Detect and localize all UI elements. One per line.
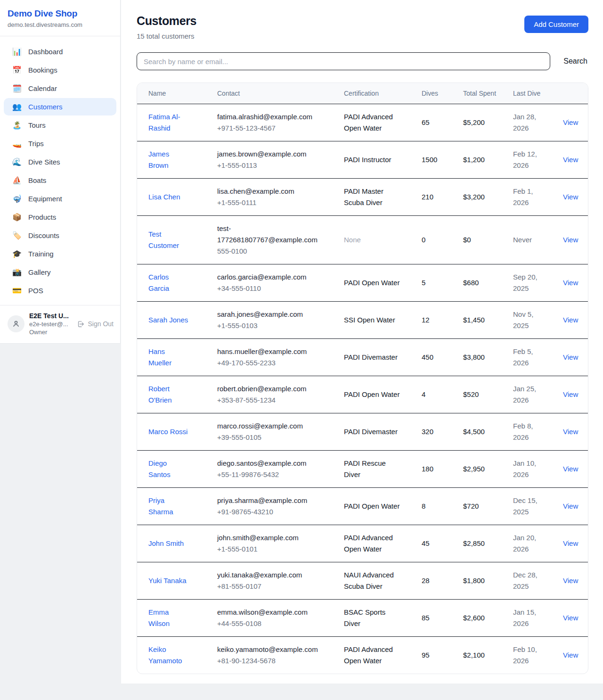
user-info: E2E Test U... e2e-tester@... Owner — [29, 312, 72, 336]
customer-name-link[interactable]: James Brown — [148, 150, 169, 169]
view-customer-link[interactable]: View — [563, 156, 578, 164]
customer-email: james.brown@example.com — [217, 148, 323, 160]
sidebar-item-bookings[interactable]: 📅 Bookings — [4, 61, 116, 79]
sidebar-item-boats[interactable]: ⛵ Boats — [4, 172, 116, 189]
customer-certification: PADI Divemaster — [338, 413, 416, 451]
search-input[interactable] — [137, 52, 550, 70]
view-customer-link[interactable]: View — [563, 428, 578, 436]
customer-certification: PADI Instructor — [338, 141, 416, 179]
customer-last-dive: Sep 20, 2025 — [507, 264, 557, 302]
sidebar-item-equipment[interactable]: 🤿 Equipment — [4, 190, 116, 207]
customer-last-dive: Dec 28, 2025 — [507, 562, 557, 600]
view-customer-link[interactable]: View — [563, 193, 578, 201]
sidebar-item-pos[interactable]: 💳 POS — [4, 282, 116, 299]
customer-phone: 555-0100 — [217, 246, 323, 257]
column-header-actions — [557, 83, 588, 104]
view-customer-link[interactable]: View — [563, 316, 578, 324]
customers-icon: 👥 — [12, 103, 22, 111]
customer-phone: +1-555-0113 — [217, 160, 323, 171]
customer-name-link[interactable]: Robert O'Brien — [148, 385, 172, 404]
sign-out-button[interactable]: Sign Out — [77, 320, 114, 328]
sidebar-item-products[interactable]: 📦 Products — [4, 208, 116, 226]
customer-name-link[interactable]: Emma Wilson — [148, 608, 170, 627]
customer-email: hans.mueller@example.com — [217, 346, 323, 357]
customer-certification: SSI Open Water — [338, 302, 416, 339]
view-customer-link[interactable]: View — [563, 236, 578, 244]
customer-name-link[interactable]: Diego Santos — [148, 459, 171, 478]
customer-dives: 450 — [416, 339, 457, 376]
customer-phone: +1-555-0103 — [217, 320, 323, 331]
sidebar-item-dive-sites[interactable]: 🌊 Dive Sites — [4, 153, 116, 171]
search-button[interactable]: Search — [562, 55, 588, 67]
sidebar-item-label: Calendar — [28, 84, 57, 92]
customer-total-spent: $3,800 — [457, 339, 507, 376]
brand-domain: demo.test.divestreams.com — [8, 21, 113, 28]
customer-total-spent: $520 — [457, 376, 507, 413]
customer-certification: PADI Advanced Open Water — [338, 104, 416, 141]
customer-email: robert.obrien@example.com — [217, 383, 323, 395]
sidebar-item-customers[interactable]: 👥 Customers — [4, 98, 116, 115]
customer-dives: 45 — [416, 525, 457, 562]
customer-total-spent: $2,850 — [457, 525, 507, 562]
customer-name-link[interactable]: Hans Mueller — [148, 347, 171, 367]
customer-email: marco.rossi@example.com — [217, 420, 323, 432]
view-customer-link[interactable]: View — [563, 576, 578, 585]
add-customer-button[interactable]: Add Customer — [524, 16, 588, 33]
sidebar-item-label: Gallery — [28, 268, 51, 276]
sign-out-icon — [77, 320, 85, 328]
customer-name-link[interactable]: John Smith — [148, 539, 184, 547]
customer-email: diego.santos@example.com — [217, 458, 323, 469]
customer-last-dive: Jan 10, 2026 — [507, 451, 557, 488]
customer-phone: +91-98765-43210 — [217, 506, 323, 518]
sidebar-item-label: Discounts — [28, 231, 59, 239]
customer-last-dive: Jan 20, 2026 — [507, 525, 557, 562]
customer-row: Diego Santos diego.santos@example.com +5… — [137, 451, 588, 488]
main-content: Customers 15 total customers Add Custome… — [121, 0, 603, 684]
view-customer-link[interactable]: View — [563, 502, 578, 510]
sidebar-item-dashboard[interactable]: 📊 Dashboard — [4, 43, 116, 60]
dashboard-icon: 📊 — [12, 48, 22, 56]
sidebar-item-gallery[interactable]: 📸 Gallery — [4, 264, 116, 281]
view-customer-link[interactable]: View — [563, 651, 578, 659]
view-customer-link[interactable]: View — [563, 118, 578, 126]
sidebar-item-discounts[interactable]: 🏷️ Discounts — [4, 227, 116, 244]
customer-name-link[interactable]: Fatima Al-Rashid — [148, 113, 180, 132]
customer-name-link[interactable]: Lisa Chen — [148, 193, 180, 201]
customer-row: Keiko Yamamoto keiko.yamamoto@example.co… — [137, 637, 588, 674]
customer-dives: 12 — [416, 302, 457, 339]
customer-name-link[interactable]: Priya Sharma — [148, 496, 173, 516]
view-customer-link[interactable]: View — [563, 390, 578, 398]
customer-certification: BSAC Sports Diver — [338, 600, 416, 637]
dive-sites-icon: 🌊 — [12, 158, 22, 166]
sidebar-item-calendar[interactable]: 🗓️ Calendar — [4, 80, 116, 97]
customer-name-link[interactable]: Marco Rossi — [148, 428, 187, 436]
view-customer-link[interactable]: View — [563, 465, 578, 473]
customer-row: Emma Wilson emma.wilson@example.com +44-… — [137, 600, 588, 637]
customer-phone: +1-555-0111 — [217, 197, 323, 208]
customer-name-link[interactable]: Yuki Tanaka — [148, 576, 187, 585]
pos-icon: 💳 — [12, 287, 22, 295]
customer-phone: +971-55-123-4567 — [217, 123, 323, 134]
customer-total-spent: $0 — [457, 216, 507, 264]
customer-dives: 320 — [416, 413, 457, 451]
sidebar-item-trips[interactable]: 🚤 Trips — [4, 135, 116, 152]
customer-last-dive: Feb 10, 2026 — [507, 637, 557, 674]
customer-email: test-1772681807767@example.com — [217, 223, 323, 246]
customer-name-link[interactable]: Keiko Yamamoto — [148, 645, 182, 665]
view-customer-link[interactable]: View — [563, 279, 578, 287]
sidebar: Demo Dive Shop demo.test.divestreams.com… — [0, 0, 121, 344]
customer-phone: +353-87-555-1234 — [217, 395, 323, 406]
sidebar-item-tours[interactable]: 🏝️ Tours — [4, 116, 116, 134]
customer-total-spent: $720 — [457, 488, 507, 525]
view-customer-link[interactable]: View — [563, 353, 578, 361]
sidebar-item-training[interactable]: 🎓 Training — [4, 245, 116, 263]
customer-name-link[interactable]: Sarah Jones — [148, 316, 188, 324]
bookings-icon: 📅 — [12, 66, 22, 74]
view-customer-link[interactable]: View — [563, 614, 578, 622]
customer-name-link[interactable]: Carlos Garcia — [148, 273, 169, 292]
view-customer-link[interactable]: View — [563, 539, 578, 547]
customer-name-link[interactable]: Test Customer — [148, 230, 179, 249]
customer-total-spent: $1,800 — [457, 562, 507, 600]
sidebar-item-label: Dashboard — [28, 48, 63, 56]
customer-total-spent: $5,200 — [457, 104, 507, 141]
